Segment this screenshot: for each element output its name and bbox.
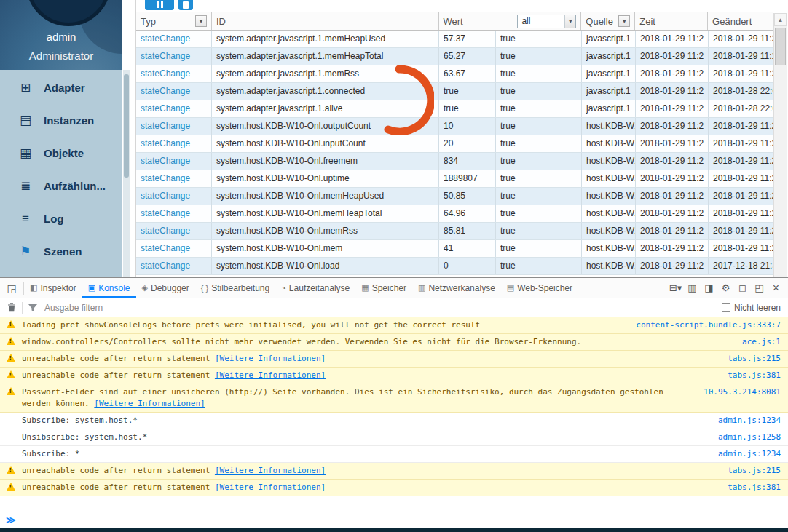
console-filter-input[interactable] [44,303,205,313]
table-row[interactable]: stateChangesystem.adapter.javascript.1.c… [136,83,774,100]
taskbar-edge [0,528,788,532]
console-source-link[interactable]: 10.95.3.214:8081 [704,386,781,398]
cell-zeit: 2018-01-29 11:2 [636,118,709,135]
log-icon: ≡ [17,212,34,226]
console-source-link[interactable]: ace.js:1 [742,336,781,348]
learn-more-link[interactable]: [Weitere Informationen] [215,483,326,492]
ack-filter-dropdown[interactable]: all▾ [517,15,576,28]
responsive-mode-icon[interactable]: ◨ [701,282,717,293]
tab-web-speicher[interactable]: ▤Web-Speicher [501,278,578,298]
column-header-wert: Wert [439,12,496,30]
cell-typ: stateChange [136,135,212,152]
table-row[interactable]: stateChangesystem.adapter.javascript.1.m… [136,31,774,48]
cell-quelle: javascript.1 [582,83,636,100]
separator [22,302,23,314]
separate-window-icon[interactable]: ◻ [735,282,750,293]
console-source-link[interactable]: admin.js:1234 [718,448,781,460]
tab-speicher[interactable]: ▦Speicher [355,278,412,298]
table-row[interactable]: stateChangesystem.host.KDB-W10-Onl.uptim… [136,170,774,188]
settings-gear-icon[interactable]: ⚙ [718,282,733,293]
learn-more-link[interactable]: [Weitere Informationen] [215,370,326,380]
console-source-link[interactable]: admin.js:1234 [718,415,781,426]
learn-more-link[interactable]: [Weitere Informationen] [215,466,326,475]
cell-ack: true [496,258,582,274]
warning-icon [6,386,22,397]
table-scroll-thumb[interactable] [775,28,786,65]
console-command-line[interactable]: ≫ [0,512,788,528]
console-source-link[interactable]: tabs.js:215 [728,465,781,477]
persist-logs-checkbox[interactable] [722,303,730,312]
tab-debugger[interactable]: ◈Debugger [136,278,195,298]
table-header: Typ▾ ID Wert all▾ Quelle▾ Zeit Geändert [136,12,773,31]
tab-konsole[interactable]: ▣Konsole [82,278,136,298]
sidebar-item-log[interactable]: ≡Log [0,202,122,235]
cell-ack: true [496,118,582,135]
cell-zeit: 2018-01-29 11:2 [636,170,709,187]
cell-geaendert: 2018-01-28 22:0 [709,100,774,117]
cell-zeit: 2018-01-29 11:2 [636,48,709,65]
dock-side-icon[interactable]: ◰ [752,282,767,293]
pick-element-button[interactable]: ◲ [0,278,23,298]
sidebar-item-objekte[interactable]: ▦Objekte [0,137,122,170]
warning-icon [6,482,22,492]
typ-filter-dropdown[interactable]: ▾ [195,15,207,27]
sidebar-item-adapter[interactable]: ⊞Adapter [0,71,122,104]
sidebar-item-szenen[interactable]: ⚑Szenen [0,235,122,268]
cell-id: system.host.KDB-W10-Onl.memRss [212,223,439,239]
table-row[interactable]: stateChangesystem.host.KDB-W10-Onl.load0… [136,258,774,275]
table-row[interactable]: stateChangesystem.host.KDB-W10-Onl.freem… [136,153,774,170]
sidebar-item-instanzen[interactable]: ▤Instanzen [0,104,122,137]
sidebar-scroll-thumb[interactable] [124,74,129,178]
trash-icon[interactable] [7,303,16,312]
console-source-link[interactable]: content-script.bundle.js:333:7 [636,319,781,331]
console-source-link[interactable]: admin.js:1258 [718,432,781,443]
cell-id: system.adapter.javascript.1.memHeapTotal [212,48,439,65]
quelle-filter-dropdown[interactable]: ▾ [618,15,630,27]
cell-wert: 63.67 [439,65,496,82]
cell-id: system.adapter.javascript.1.alive [212,100,439,117]
sidebar-item-label: Aufzählun... [44,180,106,192]
tab-inspektor[interactable]: ◧Inspektor [24,278,82,298]
cell-zeit: 2018-01-29 11:2 [636,65,709,82]
console-message: Subscribe: system.host.*admin.js:1234 [0,413,788,429]
tab-netzwerkanalyse[interactable]: ▥Netzwerkanalyse [412,278,501,298]
cell-typ: stateChange [136,48,212,65]
cell-wert: 0 [439,258,496,274]
column-header-typ: Typ▾ [136,12,212,30]
table-row[interactable]: stateChangesystem.host.KDB-W10-Onl.memHe… [136,205,774,223]
table-row[interactable]: stateChangesystem.host.KDB-W10-Onl.input… [136,135,774,153]
cell-quelle: javascript.1 [582,65,636,82]
table-row[interactable]: stateChangesystem.host.KDB-W10-Onl.memHe… [136,188,774,205]
clear-events-button[interactable] [178,0,193,10]
sidebar-scrollbar[interactable] [123,70,130,277]
panel-toggle-icon[interactable]: ▥ [685,282,700,293]
dock-bottom-menu-icon[interactable]: ⊟▾ [668,282,683,293]
table-row[interactable]: stateChangesystem.adapter.javascript.1.m… [136,65,774,83]
table-row[interactable]: stateChangesystem.adapter.javascript.1.a… [136,100,774,118]
table-row[interactable]: stateChangesystem.host.KDB-W10-Onl.mem41… [136,240,774,258]
console-message: Passwort-Felder sind auf einer unsichere… [0,384,788,413]
pause-button[interactable] [145,0,174,10]
column-header-quelle: Quelle▾ [581,12,635,30]
table-row[interactable]: stateChangesystem.host.KDB-W10-Onl.outpu… [136,118,774,135]
tab-laufzeitanalyse[interactable]: ◔Laufzeitanalyse [275,278,355,298]
console-source-link[interactable]: tabs.js:381 [728,482,781,493]
table-scrollbar[interactable]: ▲ [773,13,787,277]
close-icon[interactable]: × [768,282,784,295]
tab-stilbearbeitung[interactable]: { }Stilbearbeitung [195,278,275,298]
learn-more-link[interactable]: [Weitere Informationen] [215,354,326,363]
cell-ack: true [496,83,582,100]
cell-wert: 85.81 [439,223,496,239]
enums-icon: ≣ [17,178,34,194]
scroll-up-icon[interactable]: ▲ [774,13,787,26]
console-source-link[interactable]: tabs.js:381 [728,370,781,381]
console-source-link[interactable]: tabs.js:215 [728,353,781,365]
console-message-text: Unsibscribe: system.host.* [22,432,147,442]
warning-icon [6,465,22,475]
table-row[interactable]: stateChangesystem.adapter.javascript.1.m… [136,48,774,65]
sidebar-item-aufzaehlungen[interactable]: ≣Aufzählun... [0,170,122,202]
prompt-icon: ≫ [0,515,16,525]
table-row[interactable]: stateChangesystem.host.KDB-W10-Onl.memRs… [136,223,774,240]
learn-more-link[interactable]: [Weitere Informationen] [94,399,205,408]
cell-geaendert: 2018-01-29 11:2 [709,65,774,82]
